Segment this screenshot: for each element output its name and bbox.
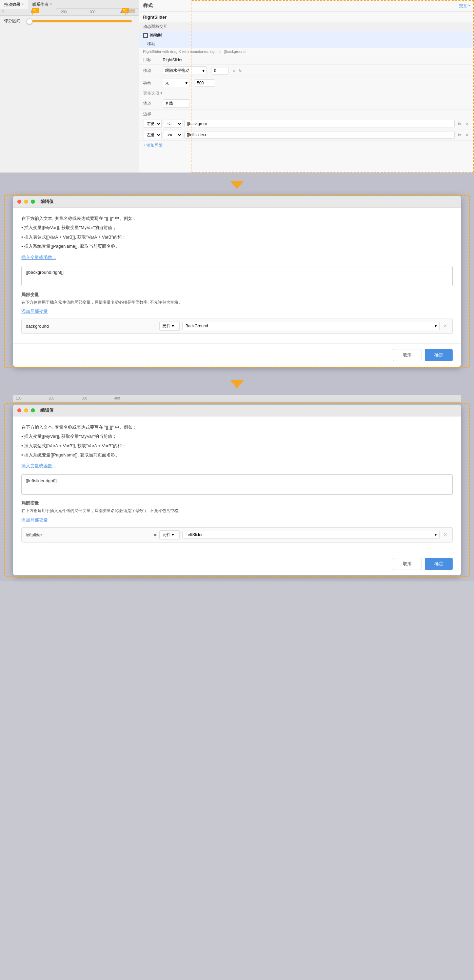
move-value-input[interactable] [212, 67, 228, 75]
anim-value-input[interactable] [195, 79, 215, 87]
max-btn-2[interactable] [31, 408, 35, 412]
max-btn-1[interactable] [31, 200, 35, 204]
ruler2-mark3: 300 [81, 396, 87, 400]
desc-bullet1-1: ▪ 插入变量[[MyVar]], 获取变量"MyVar"的当前值； [21, 224, 453, 231]
panel-interaction-label: 动态面板交互 [139, 22, 474, 31]
var-type-arrow-2: ▾ [172, 532, 174, 537]
modal-dialog-1: 编辑值 在下方输入文本, 变量名称或表达式要写在 "[[ ]]" 中。例如： ▪… [13, 196, 461, 367]
local-var-desc-1: 在下方创建用于插入元件值的局部变量，局部变量名称必须是字母数字, 不允许包含空格… [21, 299, 453, 305]
move-label: 移动 [143, 68, 160, 73]
tab-contact[interactable]: 联系作者 × [28, 0, 56, 9]
var-value-select-2[interactable]: LeftSlider ▾ [182, 531, 440, 539]
min-btn-2[interactable] [24, 408, 28, 412]
var-name-input-2[interactable] [26, 532, 151, 538]
fx-right[interactable]: fx [457, 121, 463, 126]
modal-body-2: 在下方输入文本, 变量名称或表达式要写在 "[[ ]]" 中。例如： ▪ 插入变… [13, 417, 461, 552]
delete-left[interactable]: × [464, 132, 470, 138]
add-local-var-1[interactable]: 添加局部变量 [21, 309, 453, 315]
ruler-300: 300 [90, 10, 96, 14]
action-label: 移动 [147, 41, 155, 46]
cancel-btn-2[interactable]: 取消 [393, 558, 421, 570]
component-name: RightSlider [139, 12, 474, 22]
boundary-right-side[interactable]: 右侧 [143, 119, 162, 128]
fx-move[interactable]: fx [239, 69, 242, 73]
tab-drag-label: 拖动效果 [4, 0, 20, 9]
var-value-text-2: LeftSlider [185, 532, 203, 537]
var-value-select-1[interactable]: BackGround ▾ [182, 322, 440, 330]
modal-title-1: 编辑值 [40, 199, 54, 205]
var-type-select-2[interactable]: 元件 ▾ [160, 530, 180, 539]
formula-input-2[interactable]: [[leftslider.right]] [21, 474, 453, 495]
drag-label: 拖动时 [150, 33, 162, 38]
var-value-arrow-2: ▾ [435, 532, 437, 537]
anim-type-arrow: ▾ [185, 81, 187, 85]
timeline-ruler: 0 100 200 300 400 0分 0分 [0, 9, 139, 16]
close-btn-2[interactable] [17, 408, 21, 412]
add-local-var-2[interactable]: 添加局部变量 [21, 517, 453, 523]
confirm-btn-1[interactable]: 确定 [425, 349, 453, 361]
tab-contact-close[interactable]: × [50, 0, 52, 9]
desc-bullet2-2: ▪ 插入表达式[[VarA + VarB]], 获取"VarA + VarB"的… [21, 442, 453, 450]
formula-value-1: [[background.right]] [26, 270, 64, 275]
add-boundary-btn[interactable]: + 添加界限 [139, 141, 474, 150]
modal-body-1: 在下方输入文本, 变量名称或表达式要写在 "[[ ]]" 中。例如： ▪ 插入变… [13, 208, 461, 343]
tab-drag-close[interactable]: × [22, 0, 24, 9]
local-var-title-1: 局部变量 [21, 292, 453, 298]
modal-title-2: 编辑值 [40, 407, 54, 414]
track-value-select[interactable]: 直线 [163, 99, 190, 108]
local-var-title-2: 局部变量 [21, 500, 453, 506]
checkbox-drag[interactable] [143, 33, 148, 38]
fx-left[interactable]: fx [457, 132, 463, 138]
desc-bullet3-1: ▪ 插入系统变量[[PageName]], 获取当前页面名称。 [21, 242, 453, 250]
var-delete-2[interactable]: × [442, 531, 448, 538]
move-row: 移动 跟随水平拖动 ▾ × fx [139, 65, 474, 77]
insert-link-2[interactable]: 插入变量或函数... [21, 463, 453, 469]
boundary-left-side[interactable]: 左侧 [143, 131, 162, 139]
track-label: 轨道 [143, 101, 160, 107]
var-name-input-1[interactable] [26, 324, 151, 329]
delete-right[interactable]: × [464, 120, 470, 127]
var-delete-1[interactable]: × [442, 322, 448, 330]
modal-footer-2: 取消 确定 [13, 552, 461, 575]
tab-drag-effect[interactable]: 拖动效果 × [0, 0, 28, 9]
boundary-right-row: 右侧 <= [[backgrour fx × [139, 118, 474, 129]
confirm-btn-2[interactable]: 确定 [425, 558, 453, 570]
more-options[interactable]: 更多选项 ▾ [139, 89, 474, 98]
var-type-arrow-1: ▾ [172, 324, 174, 328]
close-btn-1[interactable] [17, 200, 21, 204]
min-btn-1[interactable] [24, 200, 28, 204]
cancel-btn-1[interactable]: 取消 [393, 349, 421, 361]
target-label: 目标 [143, 57, 160, 63]
modal-description-1: 在下方输入文本, 变量名称或表达式要写在 "[[ ]]" 中。例如： ▪ 插入变… [21, 215, 453, 250]
move-type-value: 跟随水平拖动 [165, 68, 190, 73]
interaction-link[interactable]: 交互 • [459, 3, 470, 9]
var-type-value-2: 元件 [163, 532, 171, 538]
var-row-1: = 元件 ▾ BackGround ▾ × [21, 318, 453, 334]
modal-titlebar-2: 编辑值 [13, 405, 461, 417]
boundary-right-value[interactable]: [[backgrour [184, 120, 455, 127]
ruler-0: 0 [2, 10, 4, 14]
properties-title: 样式 [143, 3, 153, 9]
tab-contact-label: 联系作者 [32, 0, 48, 9]
local-var-desc-2: 在下方创建用于插入元件值的局部变量，局部变量名称必须是字母数字, 不允许包含空格… [21, 508, 453, 514]
formula-input-1[interactable]: [[background.right]] [21, 266, 453, 286]
move-type-arrow: ▾ [203, 68, 204, 73]
var-type-select-1[interactable]: 元件 ▾ [160, 321, 180, 331]
var-row-2: = 元件 ▾ LeftSlider ▾ × [21, 527, 453, 542]
local-var-section-1: 局部变量 在下方创建用于插入元件值的局部变量，局部变量名称必须是字母数字, 不允… [21, 292, 453, 334]
time-badge-left: 0分 [32, 8, 39, 13]
insert-link-1[interactable]: 插入变量或函数... [21, 255, 453, 261]
anim-type-select[interactable]: 无 ▾ [163, 79, 190, 87]
move-type-select[interactable]: 跟随水平拖动 ▾ [163, 67, 207, 75]
delete-move[interactable]: × [233, 68, 235, 73]
boundary-left-op[interactable]: >= [164, 131, 182, 139]
desc-line1-2: 在下方输入文本, 变量名称或表达式要写在 "[[ ]]" 中。例如： [21, 423, 453, 431]
local-var-section-2: 局部变量 在下方创建用于插入元件值的局部变量，局部变量名称必须是字母数字, 不允… [21, 500, 453, 542]
slider-thumb[interactable] [26, 18, 32, 24]
slider-track[interactable] [26, 20, 132, 22]
anim-label: 动画 [143, 80, 160, 86]
boundary-left-value[interactable]: [[leftslider.r [184, 131, 455, 138]
var-equals-2: = [154, 532, 156, 538]
boundary-right-op[interactable]: <= [164, 119, 182, 128]
anim-row: 动画 无 ▾ [139, 77, 474, 89]
